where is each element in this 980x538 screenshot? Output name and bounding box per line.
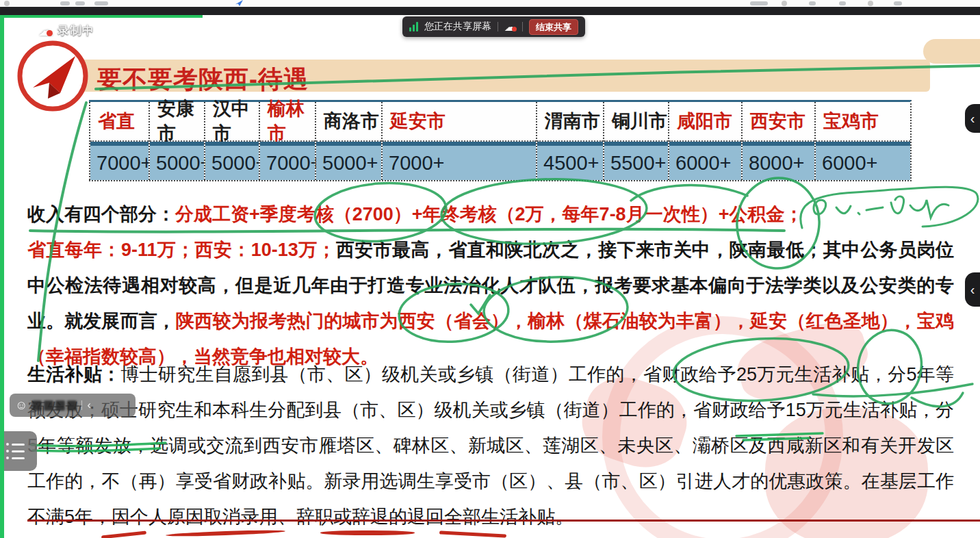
blurred-label bbox=[32, 400, 77, 411]
window-title-bar bbox=[0, 7, 980, 15]
outline-panel-tab[interactable] bbox=[0, 431, 37, 471]
browser-icon bbox=[809, 1, 816, 5]
table-column: 渭南市4500+ bbox=[536, 102, 603, 180]
screenshare-border-top bbox=[0, 15, 203, 18]
city-header-cell: 省直 bbox=[90, 102, 149, 142]
collapse-panel-button[interactable]: ‹ bbox=[965, 104, 980, 133]
signal-bars-icon bbox=[409, 22, 418, 31]
table-column: 商洛市5000+ bbox=[315, 102, 381, 180]
browser-icon bbox=[75, 1, 85, 5]
city-header-cell: 安康市 bbox=[150, 102, 204, 142]
paper-plane-logo-icon bbox=[14, 37, 92, 115]
city-header-cell: 西安市 bbox=[743, 102, 814, 142]
browser-icon bbox=[4, 1, 10, 6]
city-header-cell: 商洛市 bbox=[316, 102, 381, 142]
salary-value-cell: 7000+ bbox=[90, 142, 149, 180]
table-column: 咸阳市6000+ bbox=[668, 102, 741, 180]
salary-value-cell: 6000+ bbox=[669, 142, 741, 180]
salary-value-cell: 7000+ bbox=[260, 142, 315, 180]
salary-value-cell: 8000+ bbox=[743, 142, 814, 180]
red-annotation-fragment bbox=[320, 530, 415, 535]
collapse-panel-button[interactable]: ‹ bbox=[965, 272, 980, 307]
chevron-left-icon: ‹ bbox=[970, 282, 975, 298]
red-underline bbox=[27, 520, 980, 522]
table-column: 安康市5000+ bbox=[149, 102, 204, 180]
divider bbox=[522, 22, 523, 31]
table-column: 延安市7000+ bbox=[381, 102, 536, 180]
browser-icon bbox=[782, 1, 787, 6]
text-segment: 分成工资+季度考核（2700）+年终考核（2万，每年7-8月一次性）+公积金； bbox=[175, 204, 803, 225]
income-paragraph: 收入有四个部分：分成工资+季度考核（2700）+年终考核（2万，每年7-8月一次… bbox=[27, 196, 954, 374]
stop-sharing-button[interactable]: 结束共享 bbox=[529, 19, 578, 35]
table-column: 铜川市5500+ bbox=[603, 102, 668, 180]
text-segment: 收入有四个部分： bbox=[27, 204, 175, 225]
city-header-cell: 渭南市 bbox=[537, 102, 603, 142]
page-title: 要不要考陕西-待遇 bbox=[97, 63, 309, 97]
chevron-left-icon: ‹ bbox=[970, 111, 975, 127]
chevron-left-icon[interactable]: ‹ bbox=[87, 399, 90, 411]
city-header-cell: 宝鸡市 bbox=[816, 102, 910, 142]
browser-icon bbox=[60, 1, 70, 5]
text-segment: 省直每年：9-11万；西安：10-13万； bbox=[27, 240, 336, 260]
salary-table: 省直7000+安康市5000+汉中市5000+榆林市7000+商洛市5000+延… bbox=[89, 100, 912, 181]
city-header-cell: 榆林市 bbox=[260, 102, 315, 142]
browser-top-strip bbox=[0, 0, 980, 7]
reaction-toolbar[interactable]: ☺ ‹ bbox=[10, 394, 136, 417]
table-column: 榆林市7000+ bbox=[259, 102, 315, 180]
city-header-cell: 汉中市 bbox=[205, 102, 259, 142]
salary-value-cell: 5000+ bbox=[150, 142, 204, 180]
table-column: 汉中市5000+ bbox=[204, 102, 259, 180]
table-column: 宝鸡市6000+ bbox=[814, 102, 910, 180]
salary-value-cell: 6000+ bbox=[816, 142, 910, 180]
text-segment: 博士研究生自愿到县（市、区）级机关或乡镇（街道）工作的，省财政给予25万元生活补… bbox=[27, 364, 954, 527]
screen-share-toolbar[interactable]: 您正在共享屏幕 ☁ 结束共享 bbox=[402, 16, 585, 37]
salary-value-cell: 4500+ bbox=[537, 142, 603, 180]
salary-value-cell: 5000+ bbox=[316, 142, 381, 180]
table-column: 西安市8000+ bbox=[741, 102, 814, 180]
browser-icon bbox=[839, 1, 846, 5]
salary-value-cell: 7000+ bbox=[383, 142, 536, 180]
recording-label: 录制中 bbox=[57, 23, 94, 38]
screenshare-border-left bbox=[0, 15, 4, 538]
subsidy-paragraph: 生活补贴：博士研究生自愿到县（市、区）级机关或乡镇（街道）工作的，省财政给予25… bbox=[27, 357, 954, 535]
browser-icon bbox=[94, 1, 108, 5]
city-header-cell: 铜川市 bbox=[604, 102, 668, 142]
divider bbox=[81, 400, 82, 410]
list-icon bbox=[6, 443, 37, 446]
browser-icon bbox=[894, 1, 902, 5]
city-header-cell: 延安市 bbox=[383, 102, 536, 142]
decorative-banner-blob bbox=[923, 39, 980, 64]
share-status-text: 您正在共享屏幕 bbox=[424, 21, 491, 33]
text-segment: 生活补贴： bbox=[27, 364, 120, 385]
table-column: 省直7000+ bbox=[89, 102, 149, 180]
smiley-icon: ☺ bbox=[15, 399, 27, 411]
city-header-cell: 咸阳市 bbox=[669, 102, 741, 142]
browser-icon bbox=[868, 1, 873, 6]
cloud-record-icon: ☁ bbox=[38, 23, 53, 38]
salary-value-cell: 5500+ bbox=[604, 142, 668, 180]
paper-plane-icon bbox=[235, 0, 243, 6]
recording-indicator: ☁ 录制中 bbox=[38, 23, 94, 38]
cloud-record-icon[interactable]: ☁ bbox=[504, 21, 516, 33]
salary-value-cell: 5000+ bbox=[205, 142, 259, 180]
browser-icon bbox=[750, 1, 768, 5]
divider bbox=[498, 22, 498, 31]
